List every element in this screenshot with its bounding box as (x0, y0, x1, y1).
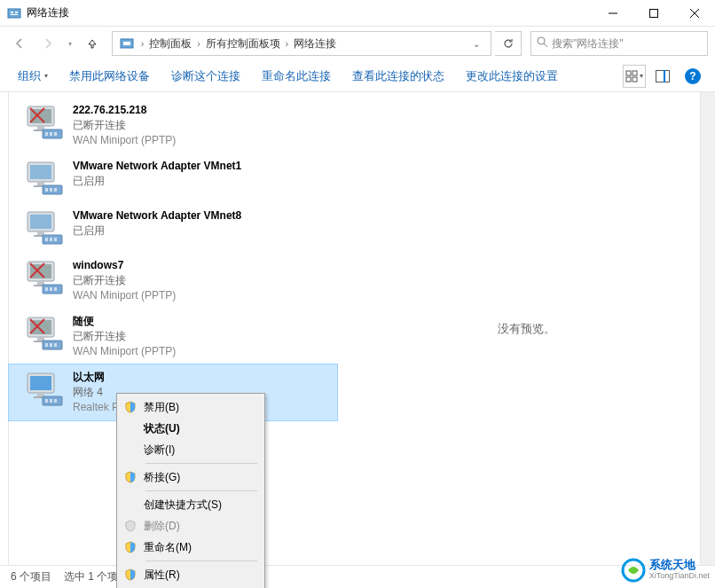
rename-button[interactable]: 重命名此连接 (253, 65, 340, 88)
svg-point-10 (538, 37, 545, 44)
svg-rect-9 (123, 42, 130, 45)
svg-rect-51 (54, 287, 57, 291)
svg-rect-71 (54, 399, 57, 403)
svg-rect-1 (11, 12, 13, 13)
chevron-right-icon[interactable]: › (286, 39, 288, 49)
item-count: 6 个项目 (11, 569, 51, 584)
help-button[interactable]: ? (680, 65, 706, 88)
ctx-shortcut[interactable]: 创建快捷方式(S) (119, 494, 263, 515)
connection-info: VMware Network Adapter VMnet1 已启用 (73, 159, 241, 189)
network-adapter-icon (25, 159, 64, 198)
svg-rect-15 (632, 77, 637, 82)
history-dropdown[interactable]: ▾ (64, 31, 76, 56)
network-adapter-icon (25, 314, 64, 353)
connection-info: VMware Network Adapter VMnet8 已启用 (73, 208, 241, 239)
shield-icon (122, 471, 138, 483)
disable-device-button[interactable]: 禁用此网络设备 (60, 65, 159, 88)
breadcrumb-item[interactable]: 控制面板 (147, 36, 193, 51)
search-icon (537, 35, 548, 51)
connection-name: 222.76.215.218 (73, 103, 176, 118)
svg-rect-30 (37, 182, 44, 185)
svg-rect-59 (45, 343, 48, 347)
svg-rect-49 (45, 287, 48, 291)
connection-item[interactable]: VMware Network Adapter VMnet1 已启用 (9, 153, 337, 203)
diagnose-button[interactable]: 诊断这个连接 (162, 65, 249, 88)
path-dropdown[interactable]: ⌄ (466, 39, 487, 49)
shield-icon (122, 568, 138, 581)
scrollbar[interactable] (700, 92, 715, 565)
ctx-rename[interactable]: 重命名(M) (119, 537, 263, 558)
svg-rect-70 (50, 399, 52, 403)
preview-pane-button[interactable] (649, 65, 676, 88)
connection-name: 以太网 (73, 370, 130, 385)
svg-rect-41 (45, 238, 48, 241)
svg-rect-43 (54, 238, 57, 241)
ctx-separator (145, 561, 257, 561)
breadcrumb-item[interactable]: 所有控制面板项 (204, 36, 282, 51)
chevron-right-icon[interactable]: › (141, 39, 144, 49)
ctx-diagnose[interactable]: 诊断(I) (119, 439, 263, 460)
connection-status: 已断开连接 (73, 329, 176, 344)
content-area: 222.76.215.218 已断开连接 WAN Miniport (PPTP)… (0, 92, 715, 565)
ctx-bridge[interactable]: 桥接(G) (119, 466, 263, 488)
svg-rect-60 (50, 343, 52, 347)
svg-rect-46 (37, 281, 44, 285)
svg-rect-5 (650, 9, 658, 17)
ctx-separator (145, 490, 257, 491)
ctx-properties[interactable]: 属性(R) (119, 564, 263, 585)
refresh-button[interactable] (495, 31, 522, 56)
watermark: 系统天地 XiTongTianDi.net (621, 558, 710, 583)
window-icon (7, 6, 21, 20)
organize-button[interactable]: 组织▾ (9, 65, 57, 88)
connection-status: 已启用 (73, 223, 241, 239)
ctx-delete: 删除(D) (119, 515, 263, 537)
connection-device: WAN Miniport (PPTP) (73, 133, 176, 148)
search-box[interactable] (530, 31, 708, 56)
svg-rect-0 (8, 9, 20, 18)
svg-rect-25 (54, 132, 57, 136)
connection-name: 随便 (73, 314, 176, 329)
forward-button[interactable] (35, 31, 60, 56)
titlebar: 网络连接 (0, 0, 715, 27)
address-path[interactable]: › 控制面板 › 所有控制面板项 › 网络连接 ⌄ (112, 31, 491, 56)
svg-rect-14 (626, 77, 631, 82)
svg-rect-23 (45, 132, 48, 136)
connection-status: 已启用 (73, 174, 241, 189)
connection-item[interactable]: 222.76.215.218 已断开连接 WAN Miniport (PPTP) (9, 98, 337, 153)
minimize-button[interactable] (593, 0, 633, 27)
connection-device: WAN Miniport (PPTP) (73, 288, 176, 303)
ctx-disable[interactable]: 禁用(B) (119, 396, 263, 418)
view-status-button[interactable]: 查看此连接的状态 (343, 65, 453, 88)
shield-icon (122, 401, 138, 413)
svg-rect-61 (54, 343, 57, 347)
chevron-right-icon[interactable]: › (197, 39, 200, 49)
svg-rect-20 (37, 126, 44, 129)
window-title: 网络连接 (27, 5, 593, 20)
svg-rect-13 (632, 71, 637, 75)
connection-item[interactable]: windows7 已断开连接 WAN Miniport (PPTP) (9, 253, 337, 309)
nav-pane-collapsed[interactable] (0, 92, 9, 565)
maximize-button[interactable] (633, 0, 674, 27)
svg-rect-16 (656, 70, 670, 82)
connection-item[interactable]: VMware Network Adapter VMnet8 已启用 (9, 203, 337, 253)
change-settings-button[interactable]: 更改此连接的设置 (457, 65, 567, 88)
connection-status: 已断开连接 (73, 273, 176, 288)
toolbar: 组织▾ 禁用此网络设备 诊断这个连接 重命名此连接 查看此连接的状态 更改此连接… (0, 60, 715, 92)
shield-icon (122, 520, 138, 532)
svg-rect-50 (50, 287, 52, 291)
svg-rect-24 (50, 132, 52, 136)
context-menu: 禁用(B) 状态(U) 诊断(I) 桥接(G) 创建快捷方式(S) 删除(D) … (116, 393, 265, 588)
svg-rect-12 (626, 71, 631, 75)
view-options-button[interactable]: ▾ (623, 65, 646, 88)
back-button[interactable] (7, 31, 32, 56)
connection-item[interactable]: 随便 已断开连接 WAN Miniport (PPTP) (9, 309, 337, 365)
path-icon (120, 36, 134, 51)
connection-device: WAN Miniport (PPTP) (73, 344, 176, 359)
network-adapter-icon (25, 258, 64, 297)
ctx-status[interactable]: 状态(U) (119, 418, 263, 439)
breadcrumb-item[interactable]: 网络连接 (292, 36, 338, 51)
up-button[interactable] (80, 31, 105, 56)
search-input[interactable] (552, 37, 702, 50)
close-button[interactable] (674, 0, 715, 27)
svg-rect-69 (45, 399, 48, 403)
